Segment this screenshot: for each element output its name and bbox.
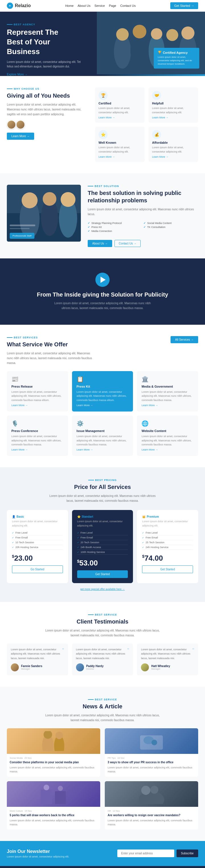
nav-contact[interactable]: Contact Us: [120, 4, 136, 7]
news-tag: Best Service: [7, 698, 198, 701]
testimonials-tag: Best Service: [7, 613, 198, 616]
contact-us-button[interactable]: Contact Us →: [114, 240, 141, 247]
svg-rect-20: [10, 228, 30, 229]
nav-service[interactable]: Service: [94, 4, 105, 7]
news-date: 12 Nov: [113, 810, 120, 812]
newsletter-section: Join Our Newsletter Lorem ipsum dolor si…: [0, 841, 205, 866]
service-learn-more[interactable]: Learn More →: [77, 448, 93, 451]
quote-icon: ": [193, 647, 194, 653]
testimonials-desc: Lorem ipsum dolor sit amet, consectetur …: [43, 628, 162, 638]
affordable-icon: 💰: [152, 130, 161, 139]
service-learn-more[interactable]: Learn More →: [142, 448, 158, 451]
feature-title: Well Known: [98, 141, 141, 144]
helpful-icon: 🤝: [152, 91, 161, 100]
service-learn-more[interactable]: Learn More →: [142, 404, 158, 407]
logo[interactable]: R Relazio: [7, 3, 31, 9]
news-category: PR Tips: [108, 757, 116, 759]
play-button[interactable]: [95, 273, 110, 287]
certified-icon: 🏆: [98, 91, 108, 100]
feature-helpful: 🤝 Helpfull Lorem ipsum dolor sit amet, c…: [149, 87, 198, 123]
feature-title: Certified: [98, 102, 141, 105]
certified-badge: 🏆 Certified Agency Lorem ipsum dolor sit…: [154, 48, 199, 69]
svg-point-14: [22, 192, 37, 208]
news-date: 18 Nov: [117, 757, 124, 759]
newsletter-desc: Lorem ipsum dolor sit amet, consectetur …: [7, 855, 69, 858]
nav-home[interactable]: Home: [65, 4, 74, 7]
nav-links: Home About Us Service Page Contact Us: [65, 4, 136, 7]
newsletter-title: Join Our Newsletter: [7, 849, 69, 854]
feature-learn-more[interactable]: Learn More →: [152, 155, 169, 158]
plan-desc: Lorem ipsum dolor sit amet, consectetur …: [12, 519, 63, 528]
service-media-gov: 🏛️ Media & Government Lorem ipsum dolor …: [137, 371, 198, 411]
service-web-content: 🌐 Website Content Lorem ipsum dolor sit …: [137, 415, 198, 456]
price-standart: ⭐ Standart Lorem ipsum dolor sit amet, c…: [72, 510, 133, 583]
news-desc-item: Lorem ipsum dolor sit amet, consectetur …: [10, 766, 97, 774]
news-desc-item: Lorem ipsum dolor sit amet, consectetur …: [108, 818, 195, 827]
news-title-item: Consider these platforms in your social …: [10, 761, 97, 765]
about-avatars: [7, 120, 87, 129]
news-date: 20 Nov: [25, 757, 32, 759]
feature-item: 24h Hosting Service: [142, 545, 193, 550]
nav-page[interactable]: Page: [109, 4, 116, 7]
plan-price: $74.00: [142, 554, 193, 563]
feature-item: Free Email: [142, 535, 193, 540]
feature-desc: Lorem ipsum dolor sit amet, consectetur …: [98, 146, 141, 154]
video-section: From The Inside giving the Solution for …: [0, 258, 205, 325]
solution-checklist: Strategy Planning Protocol Press Kit Med…: [88, 219, 198, 237]
service-learn-more[interactable]: Learn More →: [77, 404, 93, 407]
feature-learn-more[interactable]: Learn More →: [98, 116, 115, 119]
service-desc: Lorem ipsum dolor sit amet, consectetur …: [11, 390, 63, 402]
svg-point-34: [150, 786, 158, 794]
nav-about[interactable]: About Us: [78, 4, 90, 7]
newsletter-subscribe-button[interactable]: Subscribe: [177, 849, 198, 857]
all-services-button[interactable]: All Services →: [171, 336, 198, 343]
solution-tag: Best Solution: [88, 185, 198, 188]
service-title: Press Conference: [11, 429, 63, 433]
services-tag: Best Services: [7, 336, 92, 339]
get-started-button[interactable]: Get Started →: [170, 2, 198, 9]
about-tag: Why Choose Us: [7, 87, 87, 90]
feature-item: 20 Tech Session: [77, 540, 128, 545]
about-us-button[interactable]: About Us →: [88, 240, 112, 247]
pricing-special-link[interactable]: get more special offer available here →: [80, 588, 125, 591]
newsletter-email-input[interactable]: [117, 849, 174, 857]
news-item-2: PR Tips18 Nov 3 ways to show off your PR…: [105, 728, 198, 777]
check-item: Strategy Planning Protocol: [88, 222, 142, 224]
feature-item: 25 Tech Session: [142, 540, 193, 545]
premium-plan-button[interactable]: Get Started: [142, 565, 193, 573]
svg-point-18: [61, 192, 76, 207]
solution-title: The best solution in solving public rela…: [88, 189, 198, 204]
service-desc: Lorem ipsum dolor sit amet, consectetur …: [142, 390, 194, 402]
service-desc: Lorem ipsum dolor sit amet, consectetur …: [77, 434, 129, 446]
news-title-item: 5 perks that will draw workers back to t…: [10, 813, 97, 817]
professionals-badge: Professionals Staff: [10, 233, 34, 239]
services-grid: 📰 Press Release Lorem ipsum dolor sit am…: [7, 371, 198, 456]
svg-point-31: [58, 786, 63, 791]
hero-desc: Lorem ipsum dolor sit amet, consectetur …: [7, 60, 81, 69]
feature-item: 10 Tech Session: [12, 540, 63, 545]
testimonial-author: Paddy Hardy Director: [76, 663, 129, 671]
about-title: Giving all of You Needs: [7, 92, 87, 99]
solution-image: Professionals Staff: [7, 185, 81, 242]
service-learn-more[interactable]: Learn More →: [11, 404, 28, 407]
solution-desc: Lorem ipsum dolor sit amet, consectetur …: [88, 207, 198, 217]
news-grid: Social Media20 Nov Consider these platfo…: [7, 728, 198, 830]
standart-plan-button[interactable]: Get Started: [77, 570, 128, 578]
service-desc: Lorem ipsum dolor sit amet, consectetur …: [11, 434, 63, 446]
basic-plan-button[interactable]: Go Started: [12, 565, 63, 573]
testimonial-text: Lorem ipsum dolor sit amet, consectetur …: [141, 647, 194, 660]
author-avatar: [76, 663, 84, 671]
feature-learn-more[interactable]: Learn More →: [152, 116, 169, 119]
service-desc: Lorem ipsum dolor sit amet, consectetur …: [77, 390, 129, 402]
service-issue-mgmt: ⚙️ Issue Management Lorem ipsum dolor si…: [72, 415, 133, 456]
news-title-item: Are workers willing to resign over vacci…: [108, 813, 195, 817]
media-gov-icon: 🏛️: [142, 376, 194, 382]
learn-more-button[interactable]: Learn More →: [7, 133, 34, 140]
feature-item: Free Level: [142, 530, 193, 535]
feature-learn-more[interactable]: Learn More →: [98, 155, 115, 158]
service-learn-more[interactable]: Learn More →: [11, 448, 28, 451]
hero-image: 🏆 Certified Agency Lorem ipsum dolor sit…: [97, 12, 205, 74]
testimonials-section: Best Service Client Testimonials Lorem i…: [0, 602, 205, 687]
press-kit-icon: 📋: [77, 376, 129, 382]
testimonial-text: Lorem ipsum dolor sit amet, consectetur …: [11, 647, 64, 660]
